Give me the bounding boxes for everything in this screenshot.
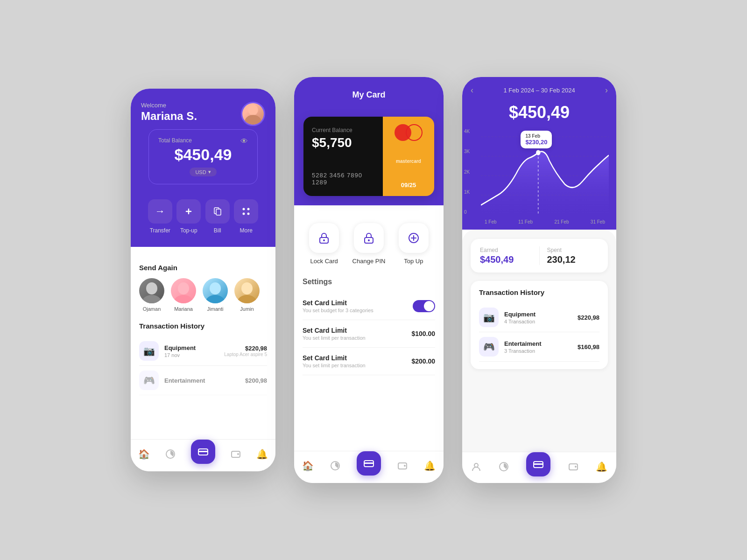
earned-spent-card: Earned $450,49 Spent 230,12 xyxy=(471,239,608,273)
nav-home[interactable]: 🏠 xyxy=(138,448,150,460)
next-period-button[interactable]: › xyxy=(605,85,608,95)
lock-card-action[interactable]: Lock Card xyxy=(309,223,339,265)
card-balance: $5,750 xyxy=(312,135,374,150)
phone3-equipment-icon: 📷 xyxy=(479,308,499,327)
change-pin-icon xyxy=(354,223,384,253)
svg-point-13 xyxy=(210,282,221,294)
txn-equipment-date: 17 nov xyxy=(164,352,218,358)
bill-action[interactable]: Bill xyxy=(205,199,230,234)
svg-point-5 xyxy=(243,208,245,210)
mastercard-logo xyxy=(395,124,423,141)
txn-equipment-name: Equipment xyxy=(164,344,218,351)
setting-3-sub: You set limit per transaction xyxy=(303,363,366,368)
es-divider xyxy=(539,246,540,265)
nav-wallet[interactable] xyxy=(231,449,241,459)
topup-action[interactable]: Top-up xyxy=(176,199,201,234)
contact-avatar-jumin xyxy=(234,278,260,303)
topup-label: Top-up xyxy=(180,227,197,234)
setting-3-label: Set Card Limit xyxy=(303,354,366,362)
svg-point-14 xyxy=(205,295,225,303)
more-label: More xyxy=(240,227,253,234)
topup-icon xyxy=(176,199,201,224)
chart-container: 4K 3K 2K 1K 0 xyxy=(462,127,616,230)
svg-rect-29 xyxy=(364,462,374,464)
txn-history-section: Transaction History 📷 Equipment 4 Transa… xyxy=(471,281,608,369)
svg-point-10 xyxy=(142,295,162,303)
more-action[interactable]: More xyxy=(234,199,258,234)
svg-point-8 xyxy=(247,213,250,215)
txn-entertainment-amount: $200,98 xyxy=(245,377,267,384)
transfer-action[interactable]: → Transfer xyxy=(148,199,172,234)
setting-2: Set Card Limit You set limit per transac… xyxy=(303,320,435,348)
setting-3-value: $200.00 xyxy=(411,357,435,365)
phone3-frame: ‹ 1 Feb 2024 – 30 Feb 2024 › $450,49 4K … xyxy=(462,77,616,483)
setting-2-sub: You set limit per transaction xyxy=(303,335,366,341)
x-label-21feb: 21 Feb xyxy=(554,219,569,224)
toggle-dot xyxy=(424,301,434,311)
phone2-nav-wallet[interactable] xyxy=(397,461,408,471)
tooltip-value: $230,20 xyxy=(525,139,547,146)
phone3-nav-profile[interactable] xyxy=(471,462,481,472)
phone2-frame: My Card Current Balance $5,750 5282 3456… xyxy=(294,77,444,483)
entertainment-icon: 🎮 xyxy=(139,371,159,390)
bill-icon xyxy=(205,199,230,224)
phone3-entertainment-sub: 3 Transaction xyxy=(504,348,572,354)
phone3-equipment-amount: $220,98 xyxy=(578,314,599,321)
y-label-2k: 2K xyxy=(464,169,470,175)
settings-title: Settings xyxy=(303,278,435,286)
phone3-nav-wallet[interactable] xyxy=(568,462,578,472)
contact-avatar-mariana xyxy=(171,278,196,303)
change-pin-action[interactable]: Change PIN xyxy=(352,223,386,265)
contact-avatar-ojaman xyxy=(139,278,164,303)
contact-jimanti[interactable]: Jimanti xyxy=(203,278,228,312)
x-label-1feb: 1 Feb xyxy=(485,219,497,224)
transfer-label: Transfer xyxy=(150,227,170,234)
setting-2-label: Set Card Limit xyxy=(303,327,366,334)
svg-point-16 xyxy=(237,295,257,303)
lock-card-icon xyxy=(309,223,339,253)
phone3-txn-entertainment: 🎮 Entertaiment 3 Transaction $160,98 xyxy=(479,332,599,362)
nav-stats[interactable] xyxy=(165,449,176,459)
avatar[interactable] xyxy=(241,102,265,126)
contact-mariana[interactable]: Mariana xyxy=(171,278,196,312)
top-up-action[interactable]: Top Up xyxy=(399,223,429,265)
phone2-nav-bell[interactable]: 🔔 xyxy=(424,460,436,471)
txn-equipment-desc: Laptop Acer aspire 5 xyxy=(224,352,267,357)
nav-cards[interactable] xyxy=(191,440,215,464)
top-up-label: Top Up xyxy=(404,258,423,265)
spent-value: 230,12 xyxy=(547,254,599,265)
currency-selector[interactable]: USD ▾ xyxy=(190,168,216,176)
svg-rect-21 xyxy=(237,453,239,455)
phone2-nav-stats[interactable] xyxy=(330,461,340,471)
phone3-nav-cards[interactable] xyxy=(526,452,550,476)
balance-amount: $450,49 xyxy=(158,146,248,164)
txn-equipment: 📷 Equipment 17 nov $220,98 Laptop Acer a… xyxy=(139,336,267,366)
phone3-nav-bell[interactable]: 🔔 xyxy=(596,461,607,472)
svg-point-0 xyxy=(248,105,258,115)
spent-section: Spent 230,12 xyxy=(547,247,599,265)
contact-jumin[interactable]: Jumin xyxy=(234,278,260,312)
chevron-down-icon: ▾ xyxy=(208,169,211,175)
eye-icon[interactable]: 👁 xyxy=(240,137,248,146)
card-limit-toggle[interactable] xyxy=(413,300,435,312)
contact-avatar-jimanti xyxy=(203,278,228,303)
prev-period-button[interactable]: ‹ xyxy=(471,85,473,95)
setting-1-label: Set Card Limit xyxy=(303,299,374,307)
more-icon xyxy=(234,199,258,224)
contact-name-jimanti: Jimanti xyxy=(207,306,224,312)
contact-ojaman[interactable]: Ojaman xyxy=(139,278,164,312)
phone3-nav-stats[interactable] xyxy=(499,462,509,472)
contact-name-mariana: Mariana xyxy=(174,306,193,312)
svg-point-38 xyxy=(474,463,478,467)
spent-label: Spent xyxy=(547,247,599,253)
phone2-nav-home[interactable]: 🏠 xyxy=(302,460,314,471)
svg-point-6 xyxy=(247,208,250,210)
card-number: 5282 3456 7890 1289 xyxy=(312,172,374,186)
svg-point-9 xyxy=(146,282,157,294)
nav-bell[interactable]: 🔔 xyxy=(256,448,268,460)
earned-section: Earned $450,49 xyxy=(480,247,532,265)
txn-entertainment: 🎮 Entertainment $200,98 xyxy=(139,366,267,395)
currency-text: USD xyxy=(195,169,206,175)
phone2-nav-cards[interactable] xyxy=(357,451,381,476)
txn-history-title: Transaction History xyxy=(139,322,267,330)
